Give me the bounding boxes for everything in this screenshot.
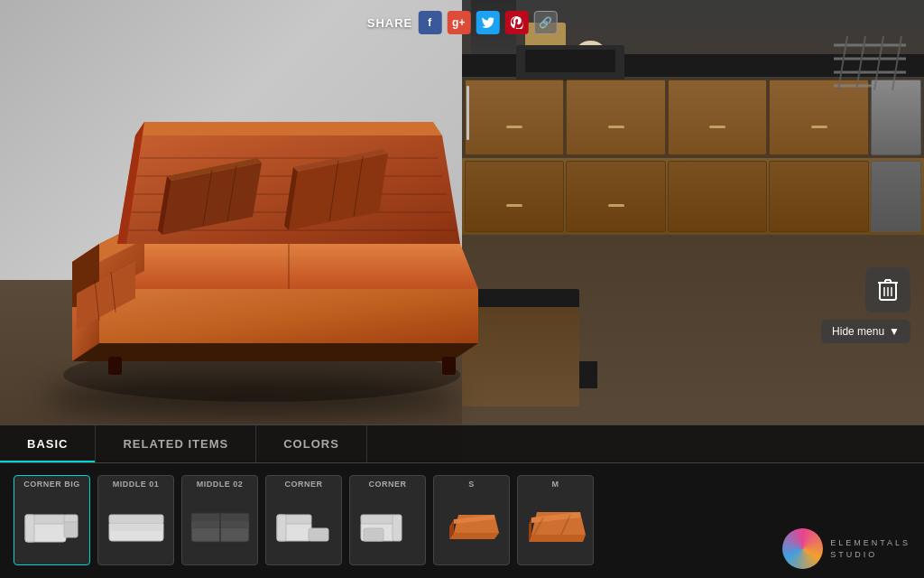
svg-rect-56: [64, 515, 78, 522]
sofa-main: [27, 63, 496, 406]
share-label: SHARE: [367, 16, 413, 30]
svg-marker-13: [99, 289, 478, 343]
logo-sub: STUDIO: [830, 549, 910, 561]
share-link-button[interactable]: 🔗: [533, 11, 557, 34]
svg-marker-76: [529, 535, 586, 542]
hide-menu-chevron-icon: ▼: [889, 325, 900, 338]
share-gplus-button[interactable]: g+: [447, 11, 470, 34]
item-corner-2-label: CORNER: [368, 480, 406, 489]
tabs-row: BASIC RELATED ITEMS COLORS: [0, 425, 924, 463]
tab-related-items[interactable]: RELATED ITEMS: [96, 425, 256, 462]
kitchen-area: [462, 0, 924, 461]
item-middle-01-image: [102, 492, 170, 561]
item-corner-1[interactable]: CORNER: [265, 475, 342, 565]
svg-rect-54: [25, 515, 34, 542]
item-corner-2[interactable]: CORNER: [349, 475, 426, 565]
svg-rect-69: [361, 515, 395, 524]
item-corner-big-label: CORNER BIG: [23, 480, 80, 489]
item-corner-big[interactable]: CORNER BIG: [14, 475, 90, 565]
svg-rect-42: [108, 357, 122, 375]
item-middle-02[interactable]: MIDDLE 02: [181, 475, 258, 565]
svg-rect-70: [393, 515, 402, 541]
svg-rect-67: [309, 528, 328, 541]
scene-viewport: SHARE f g+ 🔗: [0, 0, 924, 461]
share-twitter-button[interactable]: [476, 11, 499, 34]
logo-icon: [782, 528, 823, 569]
bottom-panel: BASIC RELATED ITEMS COLORS CORNER BIG: [0, 424, 924, 578]
logo-text: ELEMENTALS STUDIO: [830, 537, 910, 560]
item-s[interactable]: S: [433, 475, 510, 565]
grill-rack: [834, 36, 906, 90]
share-facebook-button[interactable]: f: [418, 11, 441, 34]
item-m[interactable]: M: [517, 475, 594, 565]
logo-area: ELEMENTALS STUDIO: [782, 528, 910, 569]
svg-marker-9: [72, 343, 478, 361]
item-s-image: [438, 492, 505, 561]
item-corner-1-label: CORNER: [284, 480, 322, 489]
cabinets: [462, 77, 924, 239]
share-bar: SHARE f g+ 🔗: [367, 11, 558, 34]
svg-rect-43: [442, 357, 456, 375]
tab-colors[interactable]: COLORS: [256, 425, 367, 462]
item-middle-02-label: MIDDLE 02: [197, 480, 244, 489]
svg-rect-58: [109, 515, 163, 524]
logo-company: ELEMENTALS: [830, 537, 910, 549]
svg-rect-59: [109, 524, 163, 531]
sink: [516, 45, 624, 81]
action-buttons: Hide menu ▼: [821, 267, 910, 343]
svg-marker-30: [135, 122, 442, 135]
delete-button[interactable]: [865, 267, 910, 312]
item-corner-big-image: [18, 492, 86, 561]
svg-rect-71: [364, 528, 383, 541]
hide-menu-label: Hide menu: [832, 325, 884, 338]
item-m-label: M: [552, 480, 559, 489]
svg-rect-66: [277, 515, 286, 541]
hide-menu-button[interactable]: Hide menu ▼: [821, 320, 910, 343]
item-m-image: [522, 492, 589, 561]
item-s-label: S: [468, 480, 475, 489]
item-corner-2-image: [354, 492, 421, 561]
share-pinterest-button[interactable]: [504, 11, 528, 34]
tab-basic[interactable]: BASIC: [0, 425, 96, 462]
item-middle-02-image: [186, 492, 254, 561]
item-middle-01-label: MIDDLE 01: [113, 480, 160, 489]
svg-marker-72: [449, 533, 499, 539]
item-middle-01[interactable]: MIDDLE 01: [97, 475, 174, 565]
item-corner-1-image: [270, 492, 337, 561]
